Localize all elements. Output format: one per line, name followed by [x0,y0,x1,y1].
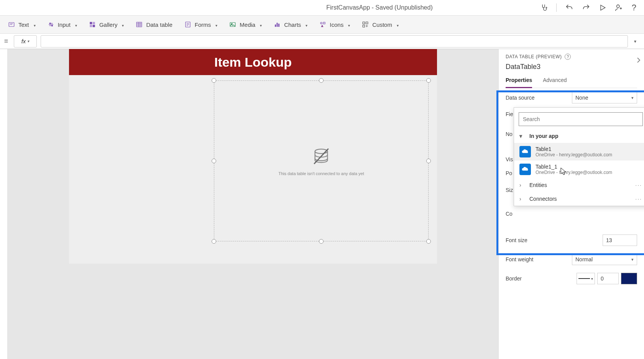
section-in-your-app[interactable]: ▾ In your app [514,129,644,143]
screen-canvas[interactable]: Item Lookup This data table isn't connec… [69,49,437,264]
ribbon-datatable-label: Data table [146,21,172,28]
resize-handle[interactable] [212,239,216,244]
svg-rect-7 [93,22,95,24]
ribbon-media-label: Media [240,21,255,28]
prop-font-weight: Font weight Normal▾ [506,250,637,269]
svg-point-17 [320,22,322,24]
border-style-dropdown[interactable]: ▾ [577,273,595,284]
resize-handle[interactable] [212,78,216,83]
ribbon-custom[interactable]: Custom [361,21,399,28]
help-icon[interactable]: ? [632,3,636,13]
svg-rect-21 [363,25,365,27]
svg-rect-15 [277,23,278,27]
svg-marker-1 [601,5,605,10]
control-name[interactable]: DataTable3 [506,63,637,71]
data-source-item-table1[interactable]: Table1 OneDrive - henry.legge@outlook.co… [514,143,644,161]
ribbon-charts[interactable]: Charts [273,21,307,28]
datatable-icon [135,21,143,28]
play-icon[interactable] [599,4,606,11]
ribbon-media[interactable]: Media [229,21,262,28]
data-source-search-input[interactable] [519,112,643,126]
canvas-area[interactable]: Item Lookup This data table isn't connec… [8,49,498,359]
data-source-dropdown[interactable]: None▾ [572,92,637,103]
database-strike-icon [310,146,332,167]
font-size-input[interactable]: 13 [603,234,637,246]
separator [556,3,557,12]
svg-rect-6 [90,22,92,24]
text-icon [8,21,15,28]
resize-handle[interactable] [426,239,431,244]
media-icon [229,21,237,28]
svg-rect-18 [324,22,325,24]
undo-icon[interactable] [565,3,573,12]
data-source-item-table1-1[interactable]: Table1_1 OneDrive - henry.legge@outlook.… [514,161,644,178]
ribbon-input-label: Input [58,21,71,28]
svg-rect-9 [93,25,95,27]
data-source-sub: OneDrive - henry.legge@outlook.com [536,152,612,157]
svg-rect-8 [90,25,92,27]
tab-properties[interactable]: Properties [506,75,532,88]
svg-point-5 [51,25,53,26]
charts-icon [273,21,281,28]
prop-co-trunc: Co [506,207,637,221]
redo-icon[interactable] [582,3,590,12]
prop-label: Font size [506,237,527,243]
prop-label: Data source [506,95,534,101]
prop-label: Border [506,275,522,282]
left-rail[interactable] [0,49,8,359]
ribbon-text[interactable]: Text [8,21,36,28]
equals-icon: = [2,37,10,45]
forms-icon [184,21,192,28]
ribbon-text-label: Text [18,21,29,28]
chevron-right-icon: › [519,196,525,202]
expand-formula-icon[interactable]: ▾ [634,39,639,44]
ribbon-input[interactable]: Input [47,21,77,28]
property-tabs: Properties Advanced [506,75,637,88]
ribbon-gallery[interactable]: Gallery [89,21,124,28]
data-source-flyout: ▾ In your app Table1 OneDrive - henry.le… [514,107,644,206]
app-title: FirstCanvasApp - Saved (Unpublished) [326,4,432,11]
ribbon-icons-label: Icons [330,21,343,28]
custom-icon [361,21,369,28]
resize-handle[interactable] [426,159,431,163]
formula-bar: = fx▾ ▾ [0,34,644,49]
resize-handle[interactable] [212,159,216,163]
svg-rect-14 [275,25,276,27]
screen-header-label: Item Lookup [69,49,437,75]
border-width-input[interactable]: 0 [597,273,619,284]
ribbon-custom-label: Custom [372,21,392,28]
share-icon[interactable] [615,3,623,12]
onedrive-icon [519,164,531,175]
chevron-right-icon: › [519,182,525,188]
resize-handle[interactable] [319,78,324,83]
data-source-name: Table1 [536,146,612,152]
input-icon [47,21,55,28]
resize-handle[interactable] [426,78,431,83]
section-entities[interactable]: › Entities ··· [514,178,644,192]
data-source-name: Table1_1 [536,164,612,170]
ribbon-gallery-label: Gallery [99,21,118,28]
more-icon[interactable]: ··· [635,182,642,188]
formula-input[interactable] [41,35,628,48]
resize-handle[interactable] [319,239,324,244]
gallery-icon [89,21,96,28]
properties-panel: DATA TABLE (PREVIEW) ? DataTable3 Proper… [498,49,644,359]
ribbon-icons[interactable]: Icons [319,21,350,28]
svg-rect-20 [366,22,368,24]
prop-font-size: Font size 13 [506,231,637,250]
workspace: Item Lookup This data table isn't connec… [0,49,644,359]
ribbon-datatable[interactable]: Data table [135,21,172,28]
section-connectors[interactable]: › Connectors ··· [514,192,644,206]
fx-property-selector[interactable]: fx▾ [14,35,37,48]
svg-point-2 [616,5,619,7]
health-check-icon[interactable] [539,3,548,12]
ribbon-forms[interactable]: Forms [184,21,218,28]
collapse-panel-icon[interactable] [636,57,641,64]
ribbon-forms-label: Forms [195,21,211,28]
tab-advanced[interactable]: Advanced [543,75,567,88]
border-color-swatch[interactable] [621,273,637,284]
help-icon[interactable]: ? [565,54,571,60]
font-weight-dropdown[interactable]: Normal▾ [572,254,637,265]
more-icon[interactable]: ··· [635,196,642,202]
data-table-control[interactable]: This data table isn't connected to any d… [214,80,429,241]
